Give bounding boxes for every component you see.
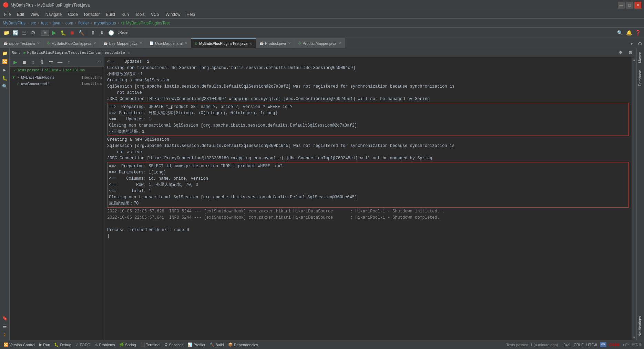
tab-label: MyBatisPlusConfig.java [51, 41, 91, 46]
bottom-todo[interactable]: ✓ TODO [74, 342, 92, 348]
build-button[interactable]: 🔨 [77, 29, 85, 37]
breadcrumb-com[interactable]: com [65, 21, 73, 26]
breadcrumb-class[interactable]: ⚙ MyBatisPlusPluginsTest [121, 21, 170, 26]
menu-file[interactable]: File [1, 11, 13, 18]
help-button[interactable]: ❓ [634, 29, 642, 37]
bottom-debug[interactable]: 🐛 Debug [53, 342, 72, 348]
breadcrumb-project[interactable]: MyBatisPlus [3, 21, 25, 26]
tab-close-icon[interactable]: ✕ [338, 41, 341, 45]
sidebar-jrebel-icon[interactable]: J [1, 331, 9, 339]
tab-usermapper[interactable]: ☕ UserMapper.java ✕ [100, 38, 146, 48]
breadcrumb-mybatisplus[interactable]: mybatisplus [94, 21, 116, 26]
run-expand-button[interactable]: ⊡ [626, 49, 634, 57]
menu-code[interactable]: Code [65, 11, 81, 18]
sidebar-structure-icon[interactable]: ☰ [1, 323, 9, 330]
bottom-dependencies[interactable]: 📦 Dependencies [227, 342, 259, 348]
bottom-version-control[interactable]: 🔀 Version Control [2, 342, 37, 348]
tab-mybatisplusconfig[interactable]: ⚙ MyBatisPlusConfig.java ✕ [43, 38, 100, 48]
run-close-icon[interactable]: ✕ [128, 50, 130, 55]
bottom-terminal[interactable]: ⬛ Terminal [139, 342, 162, 348]
project-icon[interactable]: 📁 [2, 29, 10, 37]
far-right-database[interactable]: Database [637, 67, 644, 90]
run-config-dropdown[interactable]: MyBatisPlusPluginsTest.testConcurrentUpd… [41, 29, 49, 37]
tree-item-mybatisplus[interactable]: ▼ ✓ MyBatisPlusPlugins 1 sec 731 ms [10, 74, 104, 80]
tab-settings-button[interactable]: ⚙ [636, 40, 644, 48]
test-sort-button[interactable]: ⇅ [38, 58, 46, 66]
menu-vcs[interactable]: VCS [148, 11, 162, 18]
bottom-run[interactable]: ▶ Run [38, 342, 51, 348]
menu-navigate[interactable]: Navigate [43, 11, 64, 18]
tree-item-testconcurrent[interactable]: ✓ testConcurrentU... 1 sec 731 ms [10, 80, 104, 87]
menu-build[interactable]: Build [103, 11, 118, 18]
sidebar-debug-icon[interactable]: 🐛 [1, 74, 9, 82]
bottom-build[interactable]: 🔨 Build [208, 342, 225, 348]
sidebar-project-icon[interactable]: 📁 [1, 50, 9, 57]
menu-bar: File Edit View Navigate Code Refactor Bu… [0, 10, 644, 19]
run-button[interactable]: ▶ [50, 29, 58, 37]
sync-icon[interactable]: 🔄 [11, 29, 19, 37]
git-push-button[interactable]: ⬇ [98, 29, 106, 37]
tab-close-icon[interactable]: ✕ [93, 41, 96, 45]
menu-help[interactable]: Help [184, 11, 198, 18]
tab-productmapper[interactable]: ⚙ ProductMapper.java ✕ [295, 38, 345, 48]
search-button[interactable]: 🔍 [616, 29, 624, 37]
git-update-button[interactable]: ⬆ [89, 29, 97, 37]
bottom-profiler[interactable]: 📊 Profiler [186, 342, 207, 348]
jrebel-button[interactable]: JRebel [119, 29, 127, 37]
breadcrumb-src[interactable]: src [31, 21, 36, 26]
breadcrumb-test[interactable]: test [41, 21, 48, 26]
far-right-maven[interactable]: Maven [637, 48, 644, 67]
test-toggle-button[interactable]: ↕ [29, 58, 37, 66]
stop-button[interactable]: ⏹ [68, 29, 76, 37]
sidebar-run-icon[interactable]: ▶ [1, 66, 9, 74]
encoding-info[interactable]: UTF-8 [586, 343, 597, 347]
crlf-info[interactable]: CRLF [574, 343, 584, 347]
bottom-services[interactable]: ⚙ Services [163, 342, 185, 348]
tab-rappertest[interactable]: ☕ rapperTest.java ✕ [0, 38, 43, 48]
tab-mybatisplusplugins-active[interactable]: ⚙ MyBatisPlusPluginsTest.java ✕ [191, 38, 256, 48]
tab-close-icon[interactable]: ✕ [140, 41, 142, 45]
test-stop-button[interactable]: ⏹ [20, 58, 28, 66]
notification-button[interactable]: 🔔 [625, 29, 633, 37]
sidebar-commit-icon[interactable]: 🔀 [1, 58, 9, 66]
menu-edit[interactable]: Edit [14, 11, 27, 18]
bottom-problems[interactable]: ⚠ Problems [93, 342, 116, 348]
run-config-name: MyBatisPlusPluginsTest.testConcurrentUpd… [27, 51, 125, 55]
settings-icon[interactable]: ⚙ [29, 29, 37, 37]
test-rerun-button[interactable]: ▶ [11, 58, 19, 66]
sidebar-search-icon[interactable]: 🔍 [1, 83, 9, 90]
tab-close-icon[interactable]: ✕ [185, 41, 187, 45]
lang-toggle[interactable]: 中 [600, 342, 606, 347]
maximize-button[interactable]: □ [626, 2, 633, 9]
far-right-notifications[interactable]: Notifications [637, 312, 644, 340]
menu-tools[interactable]: Tools [132, 11, 147, 18]
test-up-button[interactable]: ↑ [65, 58, 73, 66]
window-controls[interactable]: — □ ✕ [618, 2, 641, 9]
sidebar-bookmark-icon[interactable]: 🔖 [1, 315, 9, 322]
debug-button[interactable]: 🐛 [59, 29, 67, 37]
far-right-sidebar: Maven Database Notifications [636, 48, 644, 340]
menu-refactor[interactable]: Refactor [81, 11, 102, 18]
breadcrumb-java[interactable]: java [53, 21, 60, 26]
scroll-up-button[interactable]: ▲ [632, 57, 636, 62]
git-history-button[interactable]: 🕒 [107, 29, 115, 37]
menu-window[interactable]: Window [163, 11, 183, 18]
structure-icon[interactable]: ☰ [20, 29, 28, 37]
tab-product[interactable]: ☕ Product.java ✕ [256, 38, 295, 48]
test-settings-button[interactable]: — [56, 58, 64, 66]
close-button[interactable]: ✕ [634, 2, 641, 9]
tab-usermapper-xml[interactable]: 📄 UserMapper.xml ✕ [146, 38, 191, 48]
breadcrumb-fickler[interactable]: fickler [78, 21, 89, 26]
tab-close-icon[interactable]: ✕ [288, 41, 291, 45]
menu-run[interactable]: Run [119, 11, 132, 18]
menu-view[interactable]: View [28, 11, 42, 18]
test-sort2-button[interactable]: ⇆ [47, 58, 55, 66]
scroll-down-button[interactable]: ▼ [632, 335, 636, 340]
run-settings-button[interactable]: ⚙ [616, 49, 625, 57]
tab-close-icon[interactable]: ✕ [37, 41, 40, 45]
console-output[interactable]: <== Updates: 1 Closing non transactional… [104, 57, 632, 340]
bottom-spring[interactable]: 🌿 Spring [118, 342, 137, 348]
minimize-button[interactable]: — [618, 2, 625, 9]
tab-overflow-button[interactable]: ▾ [627, 40, 636, 48]
tab-close-icon[interactable]: ✕ [249, 42, 252, 46]
